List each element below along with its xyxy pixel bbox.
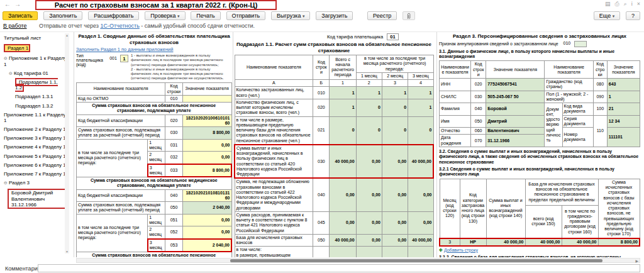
tariff-code-field[interactable]: 01 [387,33,398,40]
value-cell[interactable]: 0,00 [408,178,433,211]
value-cell[interactable]: 0 [356,116,382,145]
value-cell[interactable]: 40 000,00 [408,145,433,179]
value-cell[interactable]: 0,00 [408,211,433,234]
sidebar-item-subsections-11-12[interactable]: Подразделы 1.1, 1.2 [0,78,69,92]
sidebar-item-appendix1[interactable]: ⊖Приложение 1 к Разделу 1 [0,54,69,68]
inn-field[interactable]: 775245067541 [486,79,545,91]
month-field[interactable]: 3 [440,238,460,246]
sidebar-scrollbar[interactable]: ▲▼ [65,33,69,254]
horizontal-scrollbar[interactable]: ▶ [76,258,640,263]
value-cell[interactable]: 0,00 [182,139,231,152]
lastname-field[interactable]: Боровой [486,103,545,116]
sidebar-item-appendix6[interactable]: Приложение 6 к Разделу 1 [0,161,69,169]
value-cell[interactable]: 40 000,00 [525,238,562,246]
value-cell[interactable]: 0 [356,99,382,116]
value-cell[interactable]: 40 000,00 [330,145,356,179]
snils-field[interactable]: 505-245-067 50 [486,91,545,103]
sidebar-item-appendix2[interactable]: Приложение 2 к Разделу 1 [0,125,69,133]
kbk-field[interactable]: 18210202101081013160 [182,189,231,202]
value-cell[interactable]: 0,00 [356,247,382,257]
collapse-icon[interactable]: ⊖ [9,71,13,75]
value-cell[interactable]: 0,00 [408,247,433,257]
category-field[interactable]: НР [460,238,486,246]
more-button[interactable]: Еще ▾ [594,11,620,20]
scrollbar-thumb[interactable] [230,259,602,262]
forward-arrow-icon[interactable]: → [13,1,23,8]
value-cell[interactable]: 1 [382,87,408,99]
load-button[interactable]: Загрузить [316,11,353,20]
send-button[interactable]: Отправить [226,11,266,20]
value-cell[interactable]: 8 800,00 [182,127,231,140]
value-cell[interactable]: 0,00 [356,145,382,179]
value-cell[interactable]: 0,00 [382,247,408,257]
doc-kind-field[interactable]: 21 [607,103,640,116]
close-icon[interactable]: × [637,1,640,8]
sidebar-item-person-borovoy[interactable]: Боровой Дмитрий Валентинович 31.12.1966 [0,187,69,210]
middlename-field[interactable]: Валентинович [486,128,545,135]
unload-button[interactable]: Выгрузка ▾ [271,11,310,20]
decipher-button[interactable]: Расшифровать [88,11,139,20]
value-cell[interactable]: 8 800,00 [182,164,231,177]
value-cell[interactable]: 40 000,00 [330,234,356,247]
sex-field[interactable]: 1 [607,91,640,103]
check-button[interactable]: Проверка ▾ [145,11,185,20]
sidebar-item-appendix4[interactable]: Приложение 4 к Разделу 1 [0,143,69,151]
value-cell[interactable]: 2 040,00 [182,239,231,252]
scroll-down-icon[interactable]: ▼ [65,250,69,254]
sidebar-item-subsection-131[interactable]: Подраздел 1.3.1 [0,92,69,101]
collapse-icon[interactable]: ⊖ [4,181,8,185]
add-row-link[interactable]: Добавить строку [444,248,478,252]
value-cell[interactable]: 1 [330,87,356,99]
fill-section1-link[interactable]: Заполнить Раздел 1 по данным приложений [76,47,174,52]
sidebar-item-section3[interactable]: ⊖Раздел 3 [0,179,69,187]
value-cell[interactable]: 0,00 [330,247,356,257]
value-cell[interactable]: 0,00 [382,145,408,179]
help-button[interactable]: ? [626,11,640,20]
doc-number-field[interactable]: 111101 [607,128,640,147]
save-icon[interactable]: ▤ [605,1,611,8]
sidebar-item-section1[interactable]: Раздел 1 [0,43,69,53]
sidebar-item-title-page[interactable]: Титульный лист [0,34,69,42]
value-cell[interactable]: 40 000,00 [408,234,433,247]
oktmo-field[interactable] [182,95,231,102]
back-arrow-icon[interactable]: ← [3,1,13,8]
1c-reporting-link[interactable]: 1С-Отчетность [100,23,139,29]
collapse-icon[interactable]: ⊖ [4,56,8,60]
sidebar-item-appendix11[interactable]: Приложение 1.1 к Разделу 1 [0,111,69,125]
birthdate-field[interactable]: 31.12.1966 [486,135,545,147]
value-cell[interactable]: 40 000,00 [562,238,598,246]
sidebar-item-appendix3[interactable]: Приложение 3 к Разделу 1 [0,134,69,142]
registry-button[interactable]: Реестр [367,11,397,20]
citizenship-field[interactable]: 643 [607,79,640,91]
print-button[interactable]: Печать [191,11,220,20]
sidebar-item-appendix7[interactable]: Приложение 7 к Разделу 1 [0,170,69,178]
value-cell[interactable]: 0,00 [382,234,408,247]
value-cell[interactable]: 0,00 [356,211,382,234]
sidebar-item-subsection-132[interactable]: Подраздел 1.3.2 [0,102,69,110]
value-cell[interactable]: 0,00 [382,178,408,211]
annulment-field[interactable] [574,41,587,47]
zoom-icon[interactable]: ⌕ [624,1,627,8]
save-button[interactable]: Записать [3,11,38,20]
value-cell[interactable]: 1 [330,99,356,116]
print-icon[interactable]: ⎙ [614,1,619,8]
kbk-field[interactable]: 18210202010061010160 [182,114,231,127]
attachment-button[interactable] [402,11,415,20]
value-cell[interactable]: 0,00 [182,152,231,164]
value-cell[interactable]: 1 [356,87,382,99]
fill-button[interactable]: Заполнить [43,11,82,20]
doc-series-field[interactable]: 12 34 [607,115,640,128]
value-cell[interactable]: 0,00 [356,178,382,211]
report-state-link[interactable]: В работе [3,23,27,29]
value-cell[interactable]: 0,00 [330,178,356,211]
comment-input[interactable] [38,264,640,272]
value-cell[interactable]: 0 [330,116,356,145]
value-cell[interactable]: 8 800,00 [598,238,640,246]
value-cell[interactable]: 2 040,00 [182,202,231,214]
value-cell[interactable]: 0 [382,116,408,145]
value-cell[interactable]: 40 000,00 [486,238,525,246]
sidebar-item-tariff-code-01[interactable]: ⊖Код тарифа 01 [0,69,69,77]
info-icon[interactable]: i [631,1,633,8]
value-cell[interactable]: 0,00 [382,211,408,234]
value-cell[interactable]: 0,00 [330,211,356,234]
